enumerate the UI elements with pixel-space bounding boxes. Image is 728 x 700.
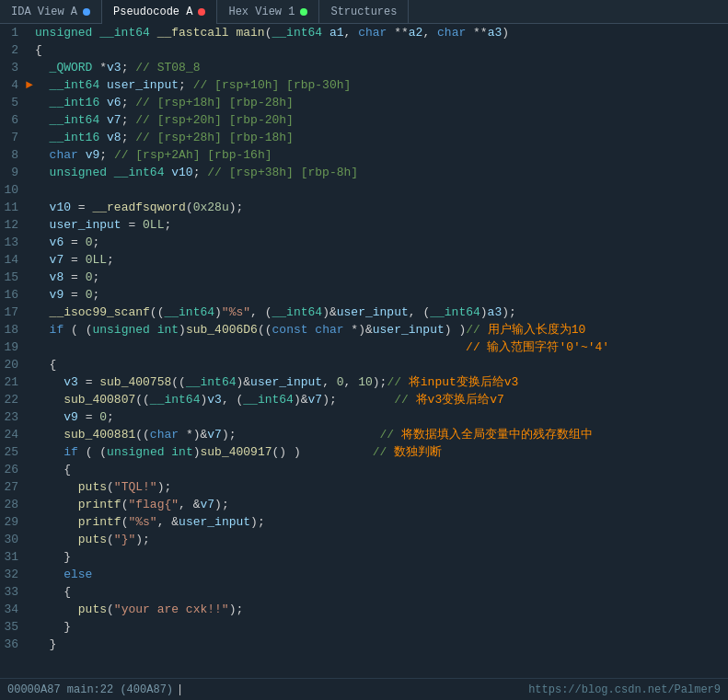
line-num-33: 33 bbox=[0, 583, 26, 601]
tab-ida-view-dot bbox=[83, 8, 90, 16]
line-num-8: 8 bbox=[0, 146, 26, 164]
line-num-9: 9 bbox=[0, 164, 26, 181]
line-num-12: 12 bbox=[0, 216, 26, 234]
line-content-10 bbox=[35, 181, 728, 199]
line-arrow-15 bbox=[26, 269, 35, 286]
line-arrow-11 bbox=[26, 199, 35, 216]
tab-hex-view-dot bbox=[300, 8, 307, 16]
code-line-17: 17 __isoc99_scanf((__int64)"%s", (__int6… bbox=[0, 304, 728, 321]
line-content-6: __int64 v7; // [rsp+20h] [rbp-20h] bbox=[35, 111, 728, 129]
status-cursor: | bbox=[177, 683, 183, 696]
tab-pseudocode[interactable]: Pseudocode A bbox=[102, 0, 217, 24]
line-content-21: v3 = sub_400758((__int64)&user_input, 0,… bbox=[35, 373, 728, 391]
code-line-24: 24 sub_400881((char *)&v7); // 将数据填入全局变量… bbox=[0, 426, 728, 443]
line-content-4: __int64 user_input; // [rsp+10h] [rbp-30… bbox=[35, 76, 728, 94]
line-num-3: 3 bbox=[0, 59, 26, 76]
line-num-18: 18 bbox=[0, 321, 26, 339]
code-area[interactable]: 1 unsigned __int64 __fastcall main(__int… bbox=[0, 24, 728, 678]
code-line-2: 2 { bbox=[0, 41, 728, 59]
code-line-4: 4 ► __int64 user_input; // [rsp+10h] [rb… bbox=[0, 76, 728, 94]
line-content-30: puts("}"); bbox=[35, 531, 728, 548]
line-arrow-28 bbox=[26, 496, 35, 513]
code-line-13: 13 v6 = 0; bbox=[0, 234, 728, 251]
line-arrow-13 bbox=[26, 234, 35, 251]
code-line-12: 12 user_input = 0LL; bbox=[0, 216, 728, 234]
line-num-1: 1 bbox=[0, 24, 26, 41]
line-num-26: 26 bbox=[0, 461, 26, 478]
tab-structures[interactable]: Structures bbox=[319, 0, 409, 24]
line-num-19: 19 bbox=[0, 339, 26, 356]
line-content-26: { bbox=[35, 461, 728, 478]
line-content-31: } bbox=[35, 548, 728, 566]
code-line-20: 20 { bbox=[0, 356, 728, 373]
line-arrow-23 bbox=[26, 408, 35, 426]
line-num-22: 22 bbox=[0, 391, 26, 408]
line-num-15: 15 bbox=[0, 269, 26, 286]
line-content-14: v7 = 0LL; bbox=[35, 251, 728, 269]
line-content-20: { bbox=[35, 356, 728, 373]
line-num-11: 11 bbox=[0, 199, 26, 216]
line-content-15: v8 = 0; bbox=[35, 269, 728, 286]
code-line-22: 22 sub_400807((__int64)v3, (__int64)&v7)… bbox=[0, 391, 728, 408]
line-content-8: char v9; // [rsp+2Ah] [rbp-16h] bbox=[35, 146, 728, 164]
code-line-25: 25 if ( (unsigned int)sub_400917() ) // … bbox=[0, 443, 728, 461]
line-content-2: { bbox=[35, 41, 728, 59]
line-arrow-27 bbox=[26, 478, 35, 496]
line-arrow-4: ► bbox=[26, 76, 35, 94]
tab-bar: IDA View A Pseudocode A Hex View 1 Struc… bbox=[0, 0, 728, 24]
line-arrow-6 bbox=[26, 111, 35, 129]
code-line-21: 21 v3 = sub_400758((__int64)&user_input,… bbox=[0, 373, 728, 391]
line-content-32: else bbox=[35, 566, 728, 583]
line-content-17: __isoc99_scanf((__int64)"%s", (__int64)&… bbox=[35, 304, 728, 321]
code-line-3: 3 _QWORD *v3; // ST08_8 bbox=[0, 59, 728, 76]
code-line-1: 1 unsigned __int64 __fastcall main(__int… bbox=[0, 24, 728, 41]
line-num-13: 13 bbox=[0, 234, 26, 251]
code-line-7: 7 __int16 v8; // [rsp+28h] [rbp-18h] bbox=[0, 129, 728, 146]
line-arrow-36 bbox=[26, 636, 35, 653]
line-content-13: v6 = 0; bbox=[35, 234, 728, 251]
line-content-9: unsigned __int64 v10; // [rsp+38h] [rbp-… bbox=[35, 164, 728, 181]
code-line-28: 28 printf("flag{", &v7); bbox=[0, 496, 728, 513]
line-content-12: user_input = 0LL; bbox=[35, 216, 728, 234]
code-line-32: 32 else bbox=[0, 566, 728, 583]
line-arrow-33 bbox=[26, 583, 35, 601]
code-line-9: 9 unsigned __int64 v10; // [rsp+38h] [rb… bbox=[0, 164, 728, 181]
line-arrow-5 bbox=[26, 94, 35, 111]
tab-structures-label: Structures bbox=[330, 6, 397, 18]
line-content-1: unsigned __int64 __fastcall main(__int64… bbox=[35, 24, 728, 41]
line-arrow-30 bbox=[26, 531, 35, 548]
line-num-14: 14 bbox=[0, 251, 26, 269]
line-arrow-1 bbox=[26, 24, 35, 41]
line-content-18: if ( (unsigned int)sub_4006D6((const cha… bbox=[35, 321, 728, 339]
line-num-21: 21 bbox=[0, 373, 26, 391]
line-arrow-20 bbox=[26, 356, 35, 373]
line-num-32: 32 bbox=[0, 566, 26, 583]
code-line-36: 36 } bbox=[0, 636, 728, 653]
line-content-16: v9 = 0; bbox=[35, 286, 728, 304]
code-line-5: 5 __int16 v6; // [rsp+18h] [rbp-28h] bbox=[0, 94, 728, 111]
status-address: 00000A87 main:22 (400A87) bbox=[7, 683, 173, 696]
line-arrow-29 bbox=[26, 513, 35, 531]
line-content-29: printf("%s", &user_input); bbox=[35, 513, 728, 531]
tab-ida-view[interactable]: IDA View A bbox=[0, 0, 102, 24]
line-arrow-12 bbox=[26, 216, 35, 234]
line-num-16: 16 bbox=[0, 286, 26, 304]
code-line-8: 8 char v9; // [rsp+2Ah] [rbp-16h] bbox=[0, 146, 728, 164]
code-line-11: 11 v10 = __readfsqword(0x28u); bbox=[0, 199, 728, 216]
line-content-27: puts("TQL!"); bbox=[35, 478, 728, 496]
code-line-23: 23 v9 = 0; bbox=[0, 408, 728, 426]
tab-hex-view[interactable]: Hex View 1 bbox=[217, 0, 319, 24]
code-line-10: 10 bbox=[0, 181, 728, 199]
tab-pseudocode-label: Pseudocode A bbox=[113, 6, 192, 18]
line-arrow-16 bbox=[26, 286, 35, 304]
line-arrow-35 bbox=[26, 618, 35, 636]
line-num-7: 7 bbox=[0, 129, 26, 146]
code-line-27: 27 puts("TQL!"); bbox=[0, 478, 728, 496]
line-arrow-2 bbox=[26, 41, 35, 59]
line-content-35: } bbox=[35, 618, 728, 636]
line-arrow-19 bbox=[26, 339, 35, 356]
code-line-16: 16 v9 = 0; bbox=[0, 286, 728, 304]
line-arrow-10 bbox=[26, 181, 35, 199]
tab-pseudocode-dot bbox=[198, 8, 205, 16]
line-num-23: 23 bbox=[0, 408, 26, 426]
